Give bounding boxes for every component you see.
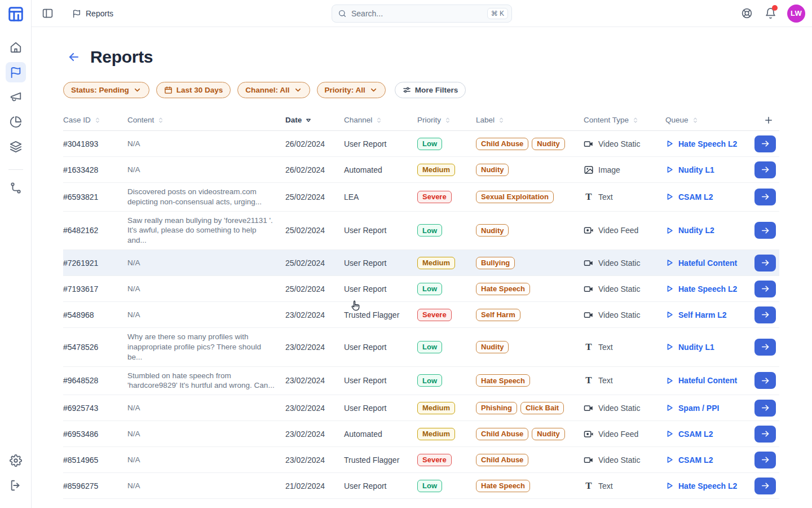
open-case-button[interactable] <box>754 372 776 389</box>
cell-queue-link[interactable]: Nudity L1 <box>665 343 754 352</box>
priority-badge: Severe <box>417 309 452 321</box>
table-row[interactable]: #9648528 Stumbled on hate speech from 'h… <box>63 367 779 396</box>
cell-channel: User Report <box>344 343 417 352</box>
label-badge: Hate Speech <box>476 283 530 295</box>
cell-priority: Medium <box>417 428 476 440</box>
avatar[interactable]: LW <box>787 5 805 23</box>
search-bar[interactable]: ⌘ K <box>332 5 512 23</box>
search-input[interactable] <box>351 9 483 18</box>
column-header-priority[interactable]: Priority <box>417 116 476 124</box>
open-case-button[interactable] <box>754 222 776 239</box>
cell-case-id: #7193617 <box>63 284 127 294</box>
arrow-right-icon <box>761 192 770 202</box>
column-header-case-id[interactable]: Case ID <box>63 116 127 124</box>
sidebar-item-layers[interactable] <box>6 137 26 157</box>
cell-queue-link[interactable]: Self Harm L2 <box>665 310 754 319</box>
add-column-icon[interactable] <box>764 115 774 125</box>
cell-queue-link[interactable]: Nudity L1 <box>665 165 754 174</box>
sidebar-item-logout[interactable] <box>6 475 26 496</box>
cell-queue-link[interactable]: Hate Speech L2 <box>665 284 754 294</box>
open-case-button[interactable] <box>754 189 776 205</box>
open-case-button[interactable] <box>754 135 776 152</box>
table-row[interactable]: #6925743 N/A 23/02/2024 User Report Medi… <box>63 395 779 421</box>
filter-priority[interactable]: Priority: All <box>317 82 386 98</box>
video-static-icon <box>584 455 594 465</box>
table-row[interactable]: #3041893 N/A 26/02/2024 User Report Low … <box>63 131 779 157</box>
cell-queue-link[interactable]: Nudity L2 <box>665 226 754 235</box>
notification-dot <box>772 5 778 11</box>
home-icon <box>10 41 22 54</box>
table-row[interactable]: #8596275 N/A 21/02/2024 User Report Low … <box>63 473 779 499</box>
content-type-label: Video Static <box>598 259 640 268</box>
open-case-button[interactable] <box>754 339 776 356</box>
cell-channel: User Report <box>344 376 417 385</box>
table-row[interactable]: #7261921 N/A 25/02/2024 User Report Medi… <box>63 250 779 276</box>
cell-queue-link[interactable]: CSAM L2 <box>665 192 754 202</box>
column-header-date[interactable]: Date <box>285 116 344 124</box>
sidebar-item-home[interactable] <box>6 37 26 58</box>
column-header-channel[interactable]: Channel <box>344 116 417 124</box>
column-header-content[interactable]: Content <box>127 116 285 124</box>
column-header-queue[interactable]: Queue <box>665 116 754 124</box>
column-label: Case ID <box>63 116 91 124</box>
cell-channel: Automated <box>344 430 417 439</box>
back-button[interactable] <box>67 50 81 64</box>
open-case-button[interactable] <box>754 452 776 468</box>
help-button[interactable] <box>738 5 756 23</box>
sidebar-item-announcements[interactable] <box>6 87 26 107</box>
content-type-label: Video Feed <box>598 430 638 439</box>
cell-labels: Nudity <box>476 341 584 353</box>
cell-labels: PhishingClick Bait <box>476 402 584 414</box>
cell-priority: Low <box>417 224 476 237</box>
cell-queue-link[interactable]: Hate Speech L2 <box>665 139 754 148</box>
table-row[interactable]: #6593821 Discovered posts on videostream… <box>63 183 779 212</box>
table-row[interactable]: #7193617 N/A 25/02/2024 User Report Low … <box>63 276 779 302</box>
cell-queue-link[interactable]: Hateful Content <box>665 376 754 385</box>
open-case-button[interactable] <box>754 426 776 443</box>
label-badge: Phishing <box>476 402 517 414</box>
table-row[interactable]: #5478526 Why are there so many profiles … <box>63 328 779 366</box>
cell-queue-link[interactable]: Spam / PPI <box>665 404 754 413</box>
filter-channel[interactable]: Channel: All <box>237 82 310 98</box>
play-icon <box>665 192 674 201</box>
more-filters-button[interactable]: More Filters <box>395 82 466 98</box>
filter-date-range[interactable]: Last 30 Days <box>156 82 231 98</box>
open-case-button[interactable] <box>754 161 776 178</box>
open-case-button[interactable] <box>754 281 776 297</box>
cell-queue-link[interactable]: Hate Speech L2 <box>665 481 754 491</box>
play-icon <box>665 456 674 464</box>
cell-queue-link[interactable]: CSAM L2 <box>665 456 754 465</box>
open-case-button[interactable] <box>754 400 776 417</box>
play-icon <box>665 165 674 174</box>
open-case-button[interactable] <box>754 478 776 494</box>
open-case-button[interactable] <box>754 255 776 271</box>
column-header-label[interactable]: Label <box>476 116 584 124</box>
sidebar-toggle-button[interactable] <box>38 5 56 23</box>
column-header-content-type[interactable]: Content Type <box>584 116 665 124</box>
sidebar-item-integrations[interactable] <box>6 178 26 198</box>
label-badge: Nudity <box>532 138 564 150</box>
table-row[interactable]: #8514965 N/A 23/02/2024 Trusted Flagger … <box>63 447 779 473</box>
cell-queue-link[interactable]: Hateful Content <box>665 259 754 268</box>
life-buoy-icon <box>741 7 753 19</box>
table-row[interactable]: #1633428 N/A 26/02/2024 Automated Medium… <box>63 157 779 183</box>
filter-status[interactable]: Status: Pending <box>63 82 149 98</box>
table-row[interactable]: #6482162 Saw really mean bullying by 'fo… <box>63 212 779 250</box>
sidebar-item-settings[interactable] <box>6 450 26 471</box>
cell-queue-link[interactable]: CSAM L2 <box>665 430 754 439</box>
breadcrumb[interactable]: Reports <box>72 9 113 18</box>
sidebar-item-reports[interactable] <box>6 62 26 82</box>
arrow-right-icon <box>761 429 770 439</box>
cell-date: 25/02/2024 <box>285 192 344 202</box>
sidebar-item-analytics[interactable] <box>6 112 26 132</box>
sort-desc-icon <box>304 116 312 124</box>
cell-content: N/A <box>127 254 285 272</box>
cell-content-type: Video Static <box>584 284 665 294</box>
cell-channel: Trusted Flagger <box>344 456 417 465</box>
table-row[interactable]: #548968 N/A 23/02/2024 Trusted Flagger S… <box>63 302 779 328</box>
table-row[interactable]: #6953486 N/A 23/02/2024 Automated Medium… <box>63 421 779 447</box>
open-case-button[interactable] <box>754 306 776 323</box>
label-badge: Nudity <box>476 224 509 237</box>
arrow-right-icon <box>761 481 770 491</box>
cell-content-type: Video Static <box>584 258 665 268</box>
